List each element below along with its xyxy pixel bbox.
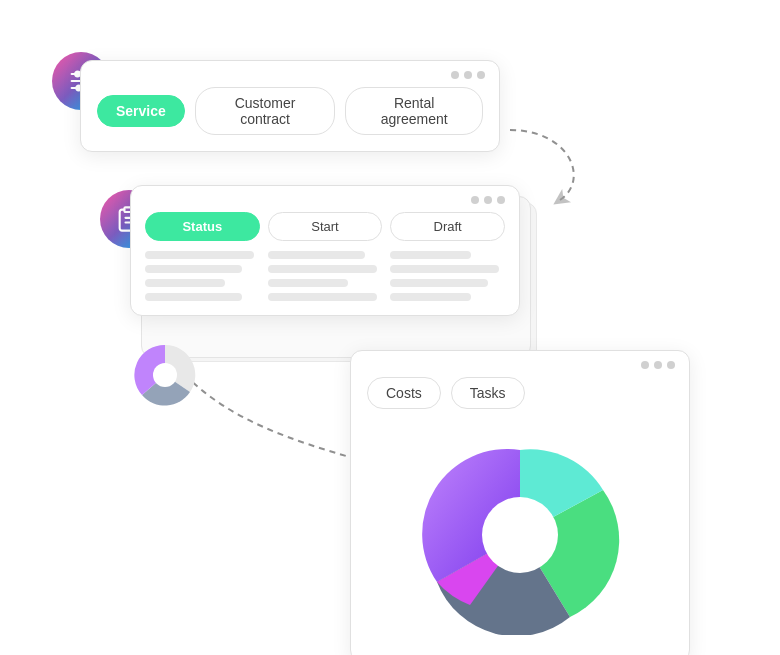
tab-rental-agreement[interactable]: Rental agreement xyxy=(345,87,483,135)
line-bar xyxy=(268,265,377,273)
tab-costs[interactable]: Costs xyxy=(367,377,441,409)
dot xyxy=(464,71,472,79)
line-bar xyxy=(145,279,225,287)
col-lines-1 xyxy=(145,251,260,301)
col-lines-2 xyxy=(268,251,383,301)
col-status[interactable]: Status xyxy=(145,212,260,241)
table-header: Status Start Draft xyxy=(145,212,505,241)
window-dots-3 xyxy=(351,351,689,377)
pie-chart xyxy=(410,435,630,635)
line-bar xyxy=(268,279,348,287)
costs-card: Costs Tasks xyxy=(350,350,690,655)
line-bar xyxy=(268,251,365,259)
service-card: Service Customer contract Rental agreeme… xyxy=(80,60,500,152)
line-bar xyxy=(390,251,470,259)
line-bar xyxy=(390,265,499,273)
dot xyxy=(497,196,505,204)
window-dots-2 xyxy=(131,186,519,212)
table-body xyxy=(145,251,505,301)
dot xyxy=(654,361,662,369)
window-dots-1 xyxy=(81,61,499,87)
line-bar xyxy=(390,279,487,287)
costs-tabs: Costs Tasks xyxy=(367,377,673,409)
tab-customer-contract[interactable]: Customer contract xyxy=(195,87,335,135)
small-pie-chart xyxy=(130,340,200,410)
col-lines-3 xyxy=(390,251,505,301)
line-bar xyxy=(145,265,242,273)
svg-point-10 xyxy=(482,497,558,573)
line-bar xyxy=(145,251,254,259)
dot xyxy=(451,71,459,79)
status-table: Status Start Draft xyxy=(131,212,519,315)
costs-body: Costs Tasks xyxy=(351,377,689,655)
col-draft[interactable]: Draft xyxy=(390,212,505,241)
dot xyxy=(477,71,485,79)
dot xyxy=(484,196,492,204)
line-bar xyxy=(268,293,377,301)
svg-point-9 xyxy=(153,363,177,387)
tab-tasks[interactable]: Tasks xyxy=(451,377,525,409)
line-bar xyxy=(390,293,470,301)
dot xyxy=(641,361,649,369)
main-scene: Service Customer contract Rental agreeme… xyxy=(0,0,780,655)
service-tabs-container: Service Customer contract Rental agreeme… xyxy=(81,87,499,151)
dot xyxy=(667,361,675,369)
pie-chart-container xyxy=(367,425,673,645)
col-start[interactable]: Start xyxy=(268,212,383,241)
dot xyxy=(471,196,479,204)
line-bar xyxy=(145,293,242,301)
status-card: Status Start Draft xyxy=(130,185,520,316)
tab-service[interactable]: Service xyxy=(97,95,185,127)
